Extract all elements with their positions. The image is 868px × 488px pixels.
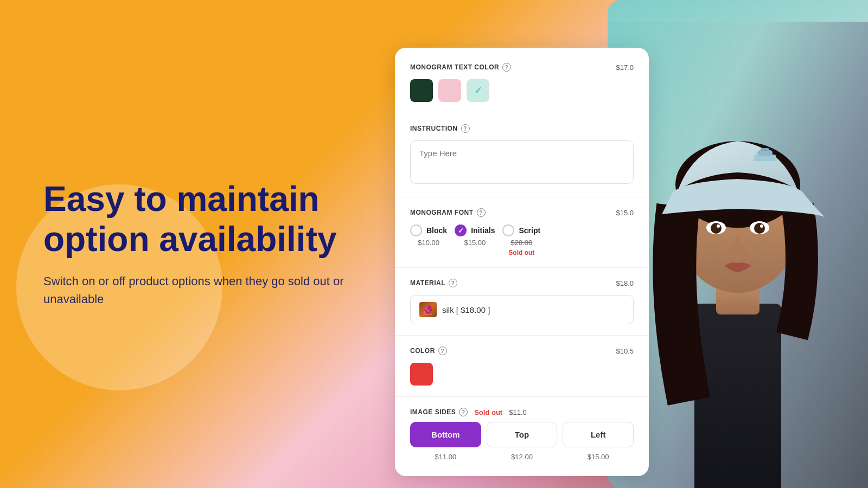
- material-select[interactable]: 🧶 silk [ $18.00 ]: [410, 295, 634, 324]
- swatch-dark[interactable]: [410, 79, 433, 102]
- radio-initials[interactable]: [455, 224, 467, 236]
- font-option-block[interactable]: Block $10.00: [410, 224, 447, 256]
- svg-point-14: [760, 224, 763, 228]
- svg-rect-7: [761, 148, 769, 151]
- color-label: COLOR ?: [410, 346, 447, 355]
- side-btn-bottom[interactable]: Bottom: [410, 422, 481, 447]
- monogram-font-header: MONOGRAM FONT ? $15.0: [410, 208, 634, 217]
- divider-1: [395, 113, 649, 113]
- subtitle: Switch on or off product options when th…: [43, 273, 401, 309]
- font-block-price: $10.00: [418, 239, 439, 247]
- side-btn-left[interactable]: Left: [563, 422, 634, 447]
- sides-prices: $11.00 $12.00 $15.00: [410, 453, 634, 461]
- material-price: $18.0: [616, 279, 634, 287]
- side-price-bottom: $11.00: [410, 453, 481, 461]
- svg-point-11: [717, 224, 720, 228]
- side-price-top: $12.00: [487, 453, 558, 461]
- radio-script[interactable]: [502, 224, 514, 236]
- font-radio-initials: Initials: [455, 224, 495, 236]
- divider-2: [395, 197, 649, 197]
- monogram-color-label: MONOGRAM TEXT COLOR ?: [410, 63, 511, 72]
- divider-5: [395, 396, 649, 397]
- monogram-font-help[interactable]: ?: [477, 208, 486, 217]
- swatch-mint[interactable]: [467, 79, 489, 102]
- monogram-font-label: MONOGRAM FONT ?: [410, 208, 486, 217]
- color-help[interactable]: ?: [438, 346, 447, 355]
- instruction-header: INSTRUCTION ?: [410, 124, 634, 133]
- svg-point-13: [754, 223, 765, 234]
- divider-4: [395, 335, 649, 336]
- monogram-color-price: $17.0: [616, 63, 634, 72]
- font-script-soldout: Sold out: [508, 249, 534, 256]
- font-radio-block: Block: [410, 224, 447, 236]
- image-sides-label: IMAGE SIDES ?: [410, 408, 468, 416]
- instruction-input[interactable]: [410, 140, 634, 184]
- left-content: Easy to maintain option availability Swi…: [43, 179, 401, 308]
- sides-buttons: Bottom Top Left: [410, 422, 634, 447]
- side-price-left: $15.00: [563, 453, 634, 461]
- font-initials-price: $15.00: [464, 239, 486, 247]
- monogram-font-price: $15.0: [616, 209, 634, 217]
- material-help[interactable]: ?: [449, 279, 457, 287]
- font-script-price: $20.00: [510, 239, 532, 247]
- material-selected: silk [ $18.00 ]: [442, 305, 490, 314]
- radio-block[interactable]: [410, 224, 422, 236]
- svg-rect-8: [753, 159, 777, 161]
- monogram-color-header: MONOGRAM TEXT COLOR ? $17.0: [410, 63, 634, 72]
- font-block-name: Block: [426, 226, 447, 235]
- swatch-pink[interactable]: [438, 79, 461, 102]
- material-label: MATERIAL ?: [410, 279, 457, 287]
- color-header: COLOR ? $10.5: [410, 346, 634, 355]
- main-title: Easy to maintain option availability: [43, 179, 401, 259]
- image-sides-price: $11.0: [509, 408, 527, 416]
- divider-3: [395, 267, 649, 268]
- instruction-label: INSTRUCTION ?: [410, 124, 470, 133]
- image-sides-help[interactable]: ?: [459, 408, 468, 416]
- options-card: MONOGRAM TEXT COLOR ? $17.0 INSTRUCTION …: [395, 48, 649, 476]
- instruction-help[interactable]: ?: [461, 124, 470, 133]
- font-option-script[interactable]: Script $20.00 Sold out: [502, 224, 540, 256]
- material-header: MATERIAL ? $18.0: [410, 279, 634, 287]
- color-swatch-red[interactable]: [410, 363, 433, 386]
- material-icon: 🧶: [419, 302, 437, 317]
- image-sides-soldout: Sold out: [474, 408, 502, 416]
- font-radio-script: Script: [502, 224, 540, 236]
- font-initials-name: Initials: [471, 226, 495, 235]
- monogram-color-swatches: [410, 79, 634, 102]
- font-option-initials[interactable]: Initials $15.00: [455, 224, 495, 256]
- font-script-name: Script: [519, 226, 540, 235]
- font-options: Block $10.00 Initials $15.00 Script $20.…: [410, 224, 634, 256]
- color-price: $10.5: [616, 347, 634, 355]
- image-sides-header: IMAGE SIDES ? Sold out $11.0: [410, 408, 634, 416]
- side-btn-top[interactable]: Top: [487, 422, 558, 447]
- monogram-color-help[interactable]: ?: [502, 63, 511, 72]
- svg-point-10: [711, 223, 722, 234]
